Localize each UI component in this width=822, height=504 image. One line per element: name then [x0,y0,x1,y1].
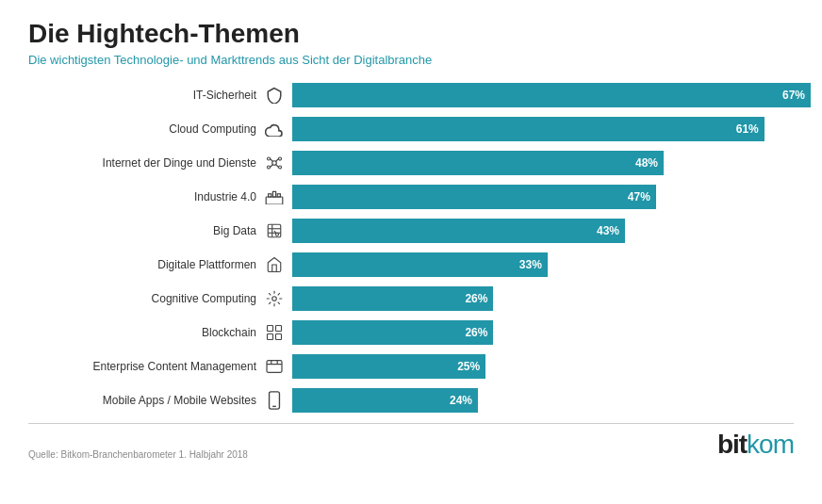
chart-title: Die Hightech-Themen [28,19,794,49]
main-container: Die Hightech-Themen Die wichtigsten Tech… [0,0,822,504]
bar-label: Internet der Dinge und Dienste [103,156,256,170]
svg-point-3 [268,166,271,169]
svg-line-7 [271,165,273,168]
bitkom-logo: bitkom [717,430,794,460]
bar-fill: 24% [292,388,478,413]
svg-line-8 [276,165,279,168]
bar-fill: 67% [292,83,811,107]
bar-percent: 25% [457,360,485,373]
bar-row: Internet der Dinge und Dienste48% [28,148,794,178]
bar-label: Industrie 4.0 [194,190,256,203]
bar-icon [262,391,287,410]
bar-percent: 33% [519,258,548,271]
bar-percent: 61% [736,122,764,136]
logo-prefix: bit [717,430,747,459]
bar-row: Industrie 4.047% [28,182,794,212]
bar-icon [262,290,287,307]
bar-percent: 48% [635,156,664,170]
svg-point-4 [279,166,282,169]
svg-rect-23 [276,334,282,340]
chart-subtitle: Die wichtigsten Technologie- und Markttr… [28,53,794,67]
bar-label: Cloud Computing [169,122,256,136]
bar-row: IT-Sicherheit67% [28,80,794,110]
footer: Quelle: Bitkom-Branchenbarometer 1. Halb… [28,423,794,460]
bar-percent: 43% [597,224,625,237]
bar-fill: 48% [292,151,664,175]
bar-label: Big Data [213,224,256,237]
bar-fill: 26% [292,286,493,311]
svg-point-17 [276,233,279,236]
bar-fill: 43% [292,219,625,243]
bar-row: Cloud Computing61% [28,114,794,144]
svg-rect-10 [269,194,271,197]
bar-label: Enterprise Content Management [93,360,256,373]
svg-rect-24 [267,361,282,373]
svg-line-5 [271,159,273,162]
bar-icon [262,189,287,204]
bar-percent: 47% [628,190,656,203]
source-text: Quelle: Bitkom-Branchenbarometer 1. Halb… [28,449,248,460]
bar-fill: 61% [292,117,764,141]
bar-fill: 47% [292,185,656,209]
bar-icon [262,154,287,171]
bar-label: IT-Sicherheit [193,89,256,102]
bar-icon [262,122,287,137]
svg-point-19 [272,297,277,301]
svg-point-2 [279,157,282,160]
bar-fill: 33% [292,252,548,277]
svg-rect-21 [276,326,282,332]
svg-point-1 [268,157,271,160]
bar-row: Cognitive Computing26% [28,284,794,314]
bar-label: Digitale Plattformen [157,258,256,271]
bar-row: Digitale Plattformen33% [28,250,794,280]
svg-line-6 [276,159,279,162]
bar-icon [262,87,287,104]
svg-rect-20 [268,326,273,332]
svg-rect-11 [272,191,275,197]
bar-icon [262,256,287,273]
svg-rect-22 [268,334,273,340]
bar-label: Blockchain [202,326,256,339]
bar-label: Mobile Apps / Mobile Websites [103,394,256,407]
chart-area: IT-Sicherheit67%Cloud Computing61%Intern… [28,80,794,415]
bar-row: Blockchain26% [28,317,794,348]
bar-row: Mobile Apps / Mobile Websites24% [28,385,794,415]
bar-label: Cognitive Computing [152,292,256,305]
bar-percent: 24% [450,394,478,407]
logo-suffix: kom [747,430,794,459]
bar-icon [262,324,287,341]
bar-percent: 26% [465,292,493,305]
svg-rect-12 [277,194,280,197]
bar-fill: 26% [292,320,493,345]
bar-percent: 26% [465,326,493,339]
svg-rect-9 [266,197,283,204]
bar-icon [262,359,287,374]
bar-icon [262,222,287,239]
bar-row: Big Data43% [28,216,794,246]
bar-percent: 67% [782,89,811,102]
bar-row: Enterprise Content Management25% [28,351,794,382]
bar-fill: 25% [292,354,485,379]
